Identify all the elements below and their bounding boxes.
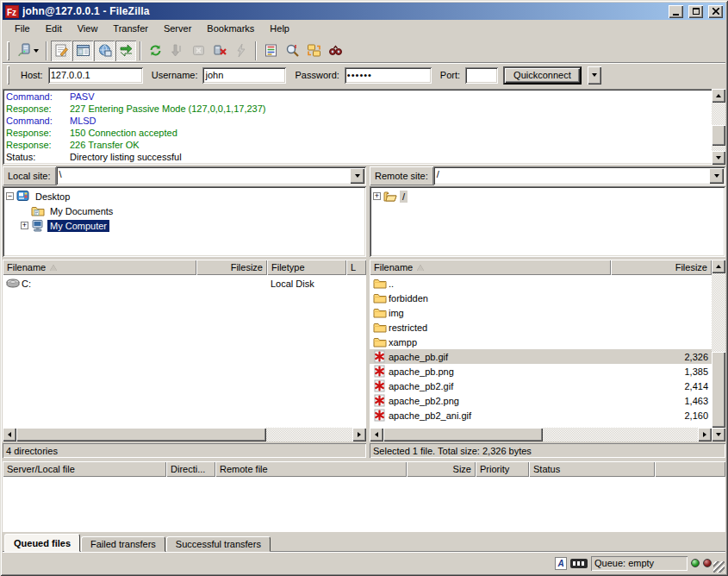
menu-transfer[interactable]: Transfer xyxy=(105,22,156,36)
column-header-priority[interactable]: Priority xyxy=(476,461,529,477)
remote-vertical-scrollbar[interactable] xyxy=(712,260,725,441)
remote-file-row-apache-pb2-gif[interactable]: apache_pb2.gif2,414 xyxy=(370,379,712,393)
log-line-label: Command: xyxy=(6,115,70,127)
tab-successful-transfers[interactable]: Successful transfers xyxy=(166,536,271,552)
log-vertical-scrollbar[interactable] xyxy=(712,89,725,165)
remote-file-row-apache-pb-gif[interactable]: apache_pb.gif2,326 xyxy=(370,349,712,364)
process-queue-button[interactable] xyxy=(166,41,187,61)
expand-icon[interactable]: + xyxy=(373,192,381,200)
filename-cell: apache_pb2.png xyxy=(370,394,611,407)
menu-edit[interactable]: Edit xyxy=(38,22,70,36)
menu-view[interactable]: View xyxy=(70,22,106,36)
tree-item-item[interactable]: +/ xyxy=(371,189,724,203)
column-header-filename[interactable]: Filename xyxy=(3,260,196,275)
close-button[interactable] xyxy=(708,5,723,18)
column-header-filename[interactable]: Filename xyxy=(370,260,611,275)
scrollbar-thumb[interactable] xyxy=(712,352,725,428)
scroll-up-button[interactable] xyxy=(712,89,725,103)
remote-site-combobox[interactable]: / xyxy=(433,166,725,185)
remote-file-row-apache-pb2-ani-gif[interactable]: apache_pb2_ani.gif2,160 xyxy=(370,408,712,423)
menu-file[interactable]: File xyxy=(7,22,38,36)
remote-file-row-restricted[interactable]: restricted xyxy=(370,320,712,335)
find-files-button[interactable] xyxy=(325,41,345,61)
remote-file-row-xampp[interactable]: xampp xyxy=(370,335,712,349)
menu-bookmarks[interactable]: Bookmarks xyxy=(199,22,262,36)
quickconnect-button[interactable]: Quickconnect xyxy=(503,66,582,85)
scroll-down-button[interactable] xyxy=(712,428,725,441)
column-header-status[interactable]: Status xyxy=(529,461,655,477)
scroll-down-button[interactable] xyxy=(712,151,725,165)
scrollbar-thumb[interactable] xyxy=(383,428,543,441)
tree-item-my-documents[interactable]: My Documents xyxy=(4,203,364,218)
local-horizontal-scrollbar[interactable] xyxy=(3,428,366,441)
toggle-local-tree-button[interactable] xyxy=(72,41,93,61)
minimize-button[interactable] xyxy=(669,5,683,18)
scroll-right-button[interactable] xyxy=(352,428,366,441)
column-header-size[interactable]: Size xyxy=(407,461,476,477)
scroll-left-button[interactable] xyxy=(370,428,383,441)
tree-item-my-computer[interactable]: +My Computer xyxy=(4,218,364,233)
log-line: Command:PASV xyxy=(6,91,712,103)
remote-file-row-forbidden[interactable]: forbidden xyxy=(370,291,712,305)
filter-button[interactable] xyxy=(260,41,281,61)
menu-server[interactable]: Server xyxy=(156,22,199,36)
scrollbar-thumb[interactable] xyxy=(16,428,266,441)
refresh-button[interactable] xyxy=(145,41,165,61)
filezilla-app-icon: Fz xyxy=(5,5,19,18)
remote-file-row-item[interactable]: .. xyxy=(370,276,712,291)
scroll-up-button[interactable] xyxy=(712,260,725,273)
remote-file-row-apache-pb2-png[interactable]: apache_pb2.png1,463 xyxy=(370,393,712,408)
toolbar-gripper[interactable] xyxy=(7,41,9,60)
synchronized-browsing-button[interactable] xyxy=(303,41,324,61)
column-header-directi[interactable]: Directi... xyxy=(166,461,215,477)
site-manager-dropdown-icon[interactable] xyxy=(34,49,39,53)
reconnect-button[interactable] xyxy=(231,41,252,61)
filename-cell: restricted xyxy=(370,321,611,334)
tree-item-desktop[interactable]: −Desktop xyxy=(4,189,364,203)
cancel-button[interactable] xyxy=(188,41,208,61)
host-label: Host: xyxy=(21,70,43,80)
quickconnect-gripper[interactable] xyxy=(7,66,9,85)
scrollbar-thumb[interactable] xyxy=(712,125,725,146)
chevron-down-icon xyxy=(714,174,719,178)
local-site-dropdown-button[interactable] xyxy=(350,168,364,184)
scroll-right-button[interactable] xyxy=(698,428,712,441)
port-input[interactable] xyxy=(465,67,498,84)
minimize-icon xyxy=(673,14,679,16)
tab-queued-files[interactable]: Queued files xyxy=(4,534,80,552)
remote-file-row-img[interactable]: img xyxy=(370,305,712,320)
menu-help[interactable]: Help xyxy=(262,22,297,36)
remote-horizontal-scrollbar[interactable] xyxy=(370,428,712,441)
column-header-filesize[interactable]: Filesize xyxy=(611,260,712,275)
directory-comparison-button[interactable] xyxy=(282,41,302,61)
remote-site-dropdown-button[interactable] xyxy=(709,168,724,184)
toggle-message-log-button[interactable] xyxy=(51,41,72,61)
host-input[interactable] xyxy=(48,67,143,84)
resize-grip[interactable] xyxy=(713,561,725,573)
column-header-item[interactable] xyxy=(655,461,725,477)
column-header-remote-file[interactable]: Remote file xyxy=(215,461,407,477)
local-file-row-c[interactable]: C:Local Disk xyxy=(3,276,366,291)
quickconnect-dropdown-button[interactable] xyxy=(588,66,601,85)
process-queue-icon xyxy=(170,43,184,58)
column-header-filetype[interactable]: Filetype xyxy=(267,260,346,275)
site-manager-button[interactable] xyxy=(13,41,42,61)
scroll-left-button[interactable] xyxy=(3,428,16,441)
column-header-l[interactable]: L xyxy=(346,260,366,275)
column-header-server-local-file[interactable]: Server/Local file xyxy=(3,461,166,477)
toggle-remote-tree-button[interactable] xyxy=(94,41,115,61)
remote-file-row-apache-pb-png[interactable]: apache_pb.png1,385 xyxy=(370,364,712,379)
username-input[interactable] xyxy=(202,67,286,84)
toggle-transfer-queue-button[interactable] xyxy=(115,41,136,61)
desktop-icon xyxy=(16,190,30,203)
local-site-combobox[interactable]: \ xyxy=(56,166,366,185)
collapse-icon[interactable]: − xyxy=(6,192,14,200)
disconnect-button[interactable] xyxy=(209,41,230,61)
tree-item-label: / xyxy=(400,191,408,203)
password-input[interactable] xyxy=(345,67,432,84)
expand-icon[interactable]: + xyxy=(21,222,28,229)
column-header-filesize[interactable]: Filesize xyxy=(196,260,267,275)
maximize-button[interactable] xyxy=(688,5,703,18)
svg-text:Fz: Fz xyxy=(7,7,16,16)
tab-failed-transfers[interactable]: Failed transfers xyxy=(81,536,165,552)
